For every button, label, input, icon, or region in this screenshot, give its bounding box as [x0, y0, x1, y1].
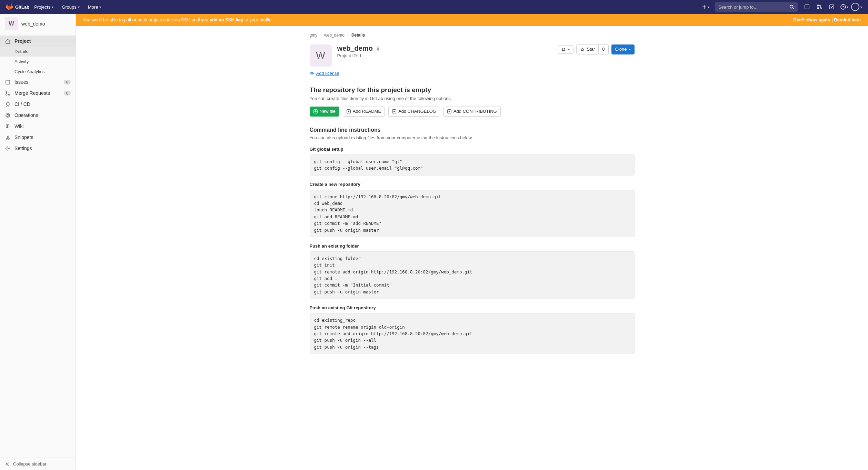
sidebar-project-name: web_demo — [21, 21, 45, 27]
issues-icon — [5, 80, 10, 85]
issues-badge: 0 — [64, 80, 71, 84]
alert-remind-later-link[interactable]: Remind later — [834, 17, 861, 22]
alert-suffix: to your profile — [243, 17, 271, 22]
plus-square-icon — [392, 109, 396, 113]
home-icon — [5, 39, 10, 44]
global-search[interactable] — [715, 2, 798, 12]
alert-dont-show-link[interactable]: Don't show again — [793, 17, 830, 22]
breadcrumb-project[interactable]: web_demo — [324, 33, 345, 38]
svg-point-16 — [6, 138, 7, 139]
add-changelog-button[interactable]: Add CHANGELOG — [388, 107, 440, 117]
svg-rect-1 — [702, 7, 706, 7]
sidebar-project-header[interactable]: W web_demo — [0, 14, 76, 34]
empty-repo-title: The repository for this project is empty — [310, 86, 635, 94]
chevron-down-icon: ▾ — [847, 5, 848, 9]
create-repo-code[interactable]: git clone http://192.168.8.20:82/gmy/web… — [310, 190, 635, 237]
sidebar-item-operations[interactable]: Operations — [0, 110, 76, 121]
chevron-down-icon: ▾ — [78, 5, 80, 9]
sidebar: W web_demo Project Details Activity Cycl… — [0, 14, 76, 470]
collapse-sidebar-button[interactable]: Collapse sidebar — [0, 458, 76, 470]
star-button[interactable]: Star — [576, 44, 599, 54]
project-title: web_demo — [337, 44, 380, 52]
push-repo-code[interactable]: cd existing_repo git remote rename origi… — [310, 313, 635, 354]
avatar-icon — [851, 3, 859, 11]
scale-icon — [310, 71, 314, 76]
sidebar-sub-details[interactable]: Details — [0, 47, 76, 57]
svg-rect-10 — [6, 80, 9, 84]
svg-point-2 — [790, 5, 793, 8]
chevron-double-left-icon — [5, 462, 10, 467]
brand-logo[interactable]: GitLab — [6, 3, 29, 11]
sidebar-sub-activity[interactable]: Activity — [0, 57, 76, 67]
svg-point-18 — [7, 148, 8, 149]
svg-point-12 — [6, 94, 7, 95]
git-global-setup-title: Git global setup — [310, 147, 635, 152]
svg-point-11 — [6, 91, 7, 92]
star-count: 0 — [599, 44, 608, 54]
nav-projects[interactable]: Projects ▾ — [31, 0, 57, 14]
push-folder-title: Push an existing folder — [310, 243, 635, 249]
svg-point-5 — [817, 5, 819, 6]
gitlab-logo-icon — [6, 3, 13, 11]
push-repo-title: Push an existing Git repository — [310, 305, 635, 310]
svg-point-13 — [8, 94, 10, 95]
sidebar-item-cicd[interactable]: CI / CD — [0, 99, 76, 110]
bell-icon — [561, 47, 566, 52]
brand-text: GitLab — [15, 4, 29, 10]
notification-dropdown[interactable]: ▾ — [558, 45, 573, 54]
chevron-down-icon: ▾ — [860, 5, 862, 9]
rocket-icon — [5, 102, 10, 107]
nav-more[interactable]: More ▾ — [84, 0, 105, 14]
ssh-key-alert: You won't be able to pull or push projec… — [76, 14, 868, 26]
sidebar-item-merge-requests[interactable]: Merge Requests 0 — [0, 88, 76, 99]
sidebar-item-snippets[interactable]: Snippets — [0, 132, 76, 143]
breadcrumb: gmy › web_demo › Details — [310, 33, 635, 38]
nav-groups[interactable]: Groups ▾ — [58, 0, 83, 14]
sidebar-item-wiki[interactable]: Wiki — [0, 121, 76, 132]
project-id-label: Project ID: 1 — [337, 53, 380, 58]
cli-desc: You can also upload existing files from … — [310, 135, 635, 140]
add-contributing-button[interactable]: Add CONTRIBUTING — [443, 107, 501, 117]
chevron-down-icon: ▾ — [568, 47, 570, 52]
project-avatar-large: W — [310, 44, 332, 67]
new-file-button[interactable]: New file — [310, 107, 339, 117]
plus-square-icon — [347, 109, 351, 113]
sidebar-item-issues[interactable]: Issues 0 — [0, 77, 76, 88]
search-input[interactable] — [718, 4, 789, 10]
svg-point-17 — [8, 138, 9, 139]
snippets-icon — [5, 135, 10, 140]
push-folder-code[interactable]: cd existing_folder git init git remote a… — [310, 251, 635, 299]
cli-title: Command line instructions — [310, 127, 635, 133]
svg-point-6 — [817, 8, 819, 9]
breadcrumb-user[interactable]: gmy — [310, 33, 318, 38]
search-icon — [789, 4, 794, 9]
alert-prefix: You won't be able to pull or push projec… — [83, 17, 210, 22]
breadcrumb-current: Details — [351, 33, 365, 38]
sidebar-item-settings[interactable]: Settings — [0, 143, 76, 154]
add-readme-button[interactable]: Add README — [343, 107, 385, 117]
plus-dropdown[interactable]: ▾ — [700, 0, 711, 14]
empty-repo-desc: You can create files directly in GitLab … — [310, 96, 635, 101]
svg-rect-19 — [377, 48, 379, 50]
merge-request-icon — [5, 91, 10, 96]
book-icon — [5, 124, 10, 129]
svg-line-3 — [793, 8, 794, 9]
alert-add-ssh-link[interactable]: add an SSH key — [210, 17, 243, 22]
clone-dropdown[interactable]: Clone ▾ — [611, 44, 635, 54]
nav-help-icon[interactable]: ▾ — [838, 0, 850, 14]
nav-mr-icon[interactable] — [814, 0, 825, 14]
operations-icon — [5, 113, 10, 118]
nav-user-avatar[interactable]: ▾ — [851, 0, 862, 14]
plus-square-icon — [447, 109, 451, 113]
nav-todos-icon[interactable] — [826, 0, 838, 14]
chevron-down-icon: ▾ — [52, 5, 53, 9]
project-avatar-small: W — [5, 17, 18, 30]
sidebar-sub-cycle-analytics[interactable]: Cycle Analytics — [0, 67, 76, 77]
chevron-down-icon: ▾ — [708, 5, 709, 9]
git-global-setup-code[interactable]: git config --global user.name "gl" git c… — [310, 154, 635, 176]
nav-issues-icon[interactable] — [801, 0, 813, 14]
sidebar-item-project[interactable]: Project — [0, 36, 76, 47]
add-license-link[interactable]: Add license — [310, 71, 339, 76]
svg-rect-4 — [805, 5, 809, 9]
star-icon — [580, 47, 585, 52]
